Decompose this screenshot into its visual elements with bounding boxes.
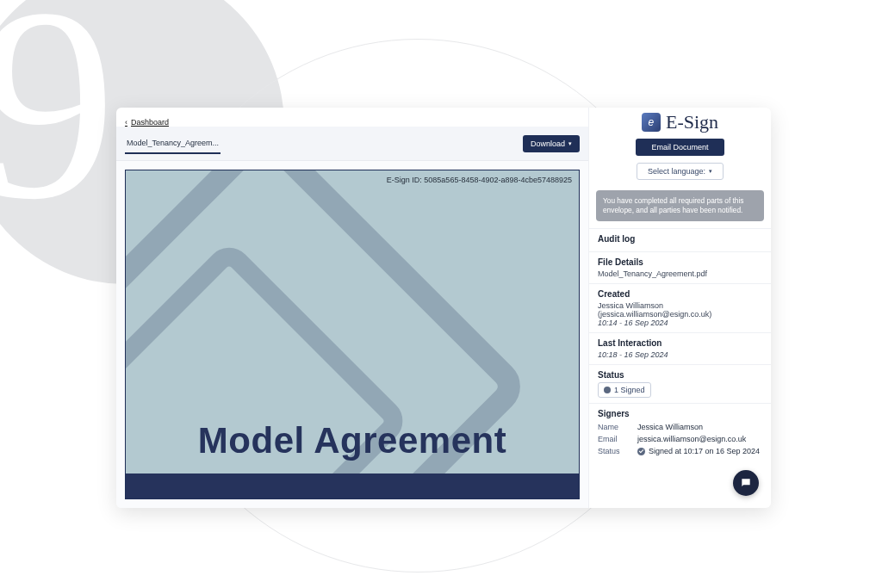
details-sidebar: e E-Sign Email Document Select language:… bbox=[588, 108, 771, 508]
completion-notice: You have completed all required parts of… bbox=[596, 190, 764, 221]
brand: e E-Sign bbox=[589, 108, 771, 139]
document-tab-bar: Model_Tenancy_Agreem... Download ▾ bbox=[116, 127, 588, 161]
download-button[interactable]: Download ▾ bbox=[523, 135, 580, 152]
signer-name-row: Name Jessica Williamson bbox=[598, 421, 762, 433]
brand-name: E-Sign bbox=[666, 111, 718, 133]
document-title: Model Agreement bbox=[126, 420, 579, 461]
check-icon bbox=[637, 448, 645, 455]
document-area: E-Sign ID: 5085a565-8458-4902-a898-4cbe5… bbox=[116, 161, 588, 508]
bg-step-number: 9 bbox=[0, 0, 116, 241]
status-dot-icon bbox=[604, 387, 611, 393]
signer-status-row: Status Signed at 10:17 on 16 Sep 2024 bbox=[598, 445, 762, 457]
brand-logo-icon: e bbox=[642, 113, 661, 132]
status-text: 1 Signed bbox=[614, 386, 645, 394]
caret-down-icon: ▾ bbox=[709, 168, 712, 175]
signer-status-label: Status bbox=[598, 447, 630, 455]
status-section: Status 1 Signed bbox=[589, 364, 771, 403]
signer-name-label: Name bbox=[598, 423, 630, 431]
file-details-section: File Details Model_Tenancy_Agreement.pdf bbox=[589, 251, 771, 283]
signer-email-value: jessica.williamson@esign.co.uk bbox=[637, 435, 762, 443]
status-heading: Status bbox=[598, 370, 762, 380]
created-when: 10:14 - 16 Sep 2024 bbox=[598, 319, 762, 327]
breadcrumb-dashboard[interactable]: ‹ Dashboard bbox=[125, 118, 169, 127]
audit-log-heading: Audit log bbox=[598, 234, 762, 244]
document-page: E-Sign ID: 5085a565-8458-4902-a898-4cbe5… bbox=[125, 170, 580, 499]
signers-heading: Signers bbox=[598, 409, 762, 418]
caret-down-icon: ▾ bbox=[568, 140, 572, 147]
signer-email-row: Email jessica.williamson@esign.co.uk bbox=[598, 433, 762, 445]
breadcrumb-bar: ‹ Dashboard bbox=[116, 108, 588, 127]
last-interaction-heading: Last Interaction bbox=[598, 338, 762, 348]
audit-log-section: Audit log bbox=[589, 228, 771, 251]
last-interaction-when: 10:18 - 16 Sep 2024 bbox=[598, 350, 762, 359]
app-window: ‹ Dashboard Model_Tenancy_Agreem... Down… bbox=[116, 108, 771, 508]
tab-document[interactable]: Model_Tenancy_Agreem... bbox=[125, 133, 220, 154]
document-band bbox=[126, 473, 579, 499]
chevron-left-icon: ‹ bbox=[125, 118, 127, 127]
status-pill: 1 Signed bbox=[598, 382, 651, 398]
download-label: Download bbox=[531, 139, 565, 148]
last-interaction-section: Last Interaction 10:18 - 16 Sep 2024 bbox=[589, 332, 771, 364]
viewer-pane: ‹ Dashboard Model_Tenancy_Agreem... Down… bbox=[116, 108, 588, 508]
select-language-label: Select language: bbox=[648, 167, 705, 176]
created-section: Created Jessica Williamson (jessica.will… bbox=[589, 283, 771, 332]
signers-section: Signers Name Jessica Williamson Email je… bbox=[589, 403, 771, 462]
chat-icon bbox=[740, 477, 752, 489]
created-by: Jessica Williamson (jessica.williamson@e… bbox=[598, 301, 762, 319]
esign-id: E-Sign ID: 5085a565-8458-4902-a898-4cbe5… bbox=[387, 176, 572, 184]
signer-email-label: Email bbox=[598, 435, 630, 443]
signer-status-value: Signed at 10:17 on 16 Sep 2024 bbox=[637, 447, 762, 455]
file-details-heading: File Details bbox=[598, 257, 762, 267]
chat-fab[interactable] bbox=[733, 470, 759, 496]
email-document-button[interactable]: Email Document bbox=[636, 139, 724, 156]
file-name: Model_Tenancy_Agreement.pdf bbox=[598, 269, 762, 278]
created-heading: Created bbox=[598, 289, 762, 299]
breadcrumb-label: Dashboard bbox=[131, 118, 169, 127]
select-language-button[interactable]: Select language: ▾ bbox=[637, 163, 724, 180]
signer-name-value: Jessica Williamson bbox=[637, 423, 762, 431]
